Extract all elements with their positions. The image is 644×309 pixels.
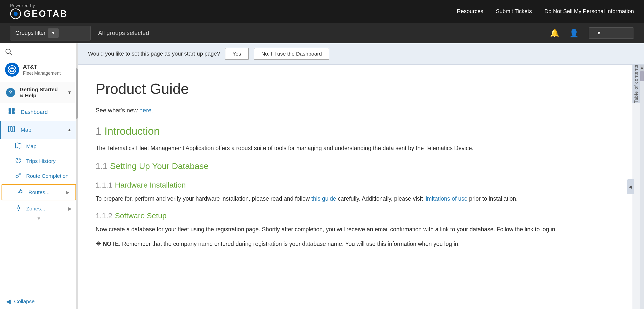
sidebar-item-trips-history[interactable]: Trips History	[0, 154, 78, 168]
search-icon	[5, 48, 13, 56]
note-body: : Remember that the company name entered…	[119, 241, 460, 247]
dashboard-label: Dashboard	[21, 109, 72, 115]
groups-selected-text: All groups selected	[98, 29, 149, 36]
groups-filter-bar: Groups filter ▼ All groups selected 🔔 👤 …	[0, 23, 644, 43]
route-completion-icon	[15, 172, 22, 180]
sidebar-search-area	[0, 43, 78, 60]
nav-section: ? Getting Started & Help ▼ Dashboard	[0, 82, 78, 294]
section1-heading: 1Introduction	[96, 123, 615, 140]
toc-panel: ◀ Table of contents	[632, 65, 640, 309]
sidebar-item-zones[interactable]: Zones... ▶	[0, 201, 78, 216]
collapse-chevron-icon: ◀	[6, 298, 11, 305]
note-star: ✳	[96, 240, 101, 247]
subtitle-link[interactable]: here.	[139, 107, 153, 114]
user-dropdown[interactable]: ▼	[589, 27, 634, 39]
map-icon	[15, 142, 22, 150]
svg-rect-9	[9, 111, 11, 114]
sidebar-collapse-button[interactable]: ◀ Collapse	[0, 294, 78, 309]
section112-title: Software Setup	[115, 211, 167, 220]
product-guide-title: Product Guide	[96, 77, 615, 101]
sidebar-item-map[interactable]: Map	[0, 139, 78, 154]
note-bold: NOTE	[103, 241, 119, 247]
sidebar: AT&T Fleet Management ? Getting Started …	[0, 43, 78, 309]
att-logo-icon	[8, 65, 17, 74]
resources-link[interactable]: Resources	[457, 8, 483, 15]
zones-label: Zones...	[26, 206, 64, 212]
toc-collapse-button[interactable]: ◀	[627, 179, 634, 194]
startup-question-text: Would you like to set this page as your …	[88, 51, 220, 57]
geotab-logo-icon	[10, 8, 21, 19]
geotab-logo-text: GEOTAB	[24, 9, 68, 19]
startup-page-banner: Would you like to set this page as your …	[78, 43, 644, 65]
routes-icon	[17, 188, 24, 196]
help-circle-icon: ?	[6, 88, 15, 97]
section111-heading: 1.1.1Hardware Installation	[96, 179, 615, 191]
groups-filter-button[interactable]: Groups filter ▼	[10, 26, 91, 40]
content-main: Product Guide See what's new here. 1Intr…	[78, 65, 644, 309]
sidebar-item-map-section[interactable]: Map ▲	[0, 121, 78, 139]
sidebar-item-route-completion[interactable]: Route Completion	[0, 168, 78, 183]
bell-icon[interactable]: 🔔	[550, 29, 559, 37]
brand-section: AT&T Fleet Management	[0, 60, 78, 82]
map-label: Map	[26, 143, 36, 149]
trips-history-icon	[15, 157, 22, 165]
sidebar-scrollbar[interactable]	[76, 43, 78, 309]
svg-rect-8	[12, 108, 15, 111]
startup-no-button[interactable]: No, I'll use the Dashboard	[254, 48, 330, 60]
limitations-link[interactable]: limitations of use	[424, 195, 467, 202]
groups-filter-label: Groups filter	[15, 30, 46, 36]
sidebar-item-dashboard[interactable]: Dashboard	[0, 103, 78, 121]
section1-body: The Telematics Fleet Management Applicat…	[96, 144, 615, 153]
section111-num: 1.1.1	[96, 181, 112, 189]
routes-label: Routes...	[28, 189, 61, 195]
section111-body1: To prepare for, perform and verify your …	[96, 195, 311, 202]
content-scrollbar[interactable]: ▲ ▼	[640, 65, 644, 309]
brand-subtitle: Fleet Management	[23, 71, 61, 76]
section111-title: Hardware Installation	[115, 181, 186, 189]
svg-line-3	[10, 53, 12, 55]
svg-point-23	[18, 192, 19, 193]
do-not-sell-link[interactable]: Do Not Sell My Personal Information	[544, 8, 634, 15]
svg-point-16	[17, 158, 19, 160]
scroll-thumb	[640, 71, 644, 81]
trips-history-label: Trips History	[26, 158, 56, 164]
svg-point-20	[20, 189, 21, 190]
sidebar-item-getting-started[interactable]: ? Getting Started & Help ▼	[0, 82, 78, 103]
search-button[interactable]	[5, 48, 13, 58]
groups-bar-right-actions: 🔔 👤 ▼	[550, 27, 634, 39]
svg-point-22	[22, 192, 23, 193]
toc-label: Table of contents	[634, 65, 639, 103]
note-paragraph: ✳ NOTE: Remember that the company name e…	[96, 238, 615, 249]
svg-rect-7	[9, 108, 11, 111]
scroll-up-button[interactable]: ▲	[640, 65, 644, 70]
section111-body1b: carefully. Additionally, please visit	[336, 195, 424, 202]
svg-marker-11	[9, 126, 15, 132]
section11-title: Setting Up Your Database	[110, 161, 208, 171]
svg-rect-10	[12, 111, 15, 114]
scroll-down-indicator: ▼	[0, 216, 78, 221]
section111-body: To prepare for, perform and verify your …	[96, 194, 615, 204]
map-section-icon	[7, 125, 16, 134]
toc-sidebar: Table of contents	[632, 65, 640, 103]
top-navbar: Powered by GEOTAB Resources Submit Ticke…	[0, 0, 644, 23]
startup-yes-button[interactable]: Yes	[225, 48, 249, 60]
user-icon[interactable]: 👤	[569, 29, 579, 37]
subtitle-text: See what's new	[96, 107, 139, 114]
section11-heading: 1.1Setting Up Your Database	[96, 159, 615, 173]
this-guide-link[interactable]: this guide	[311, 195, 336, 202]
submit-tickets-link[interactable]: Submit Tickets	[496, 8, 532, 15]
svg-point-24	[17, 207, 20, 209]
route-completion-label: Route Completion	[26, 173, 68, 179]
svg-point-18	[19, 173, 20, 175]
sidebar-item-routes[interactable]: Routes... ▶	[2, 184, 76, 200]
getting-started-chevron-icon: ▼	[67, 90, 72, 95]
sidebar-scroll-thumb	[76, 68, 78, 119]
svg-point-1	[14, 12, 18, 16]
brand-logo	[5, 63, 19, 77]
svg-point-5	[10, 68, 15, 71]
logo-area: Powered by GEOTAB	[10, 3, 68, 19]
document-content: Product Guide See what's new here. 1Intr…	[78, 65, 632, 309]
main-layout: AT&T Fleet Management ? Getting Started …	[0, 43, 644, 309]
map-section-chevron-icon: ▲	[67, 127, 72, 133]
map-section-label: Map	[21, 127, 63, 133]
